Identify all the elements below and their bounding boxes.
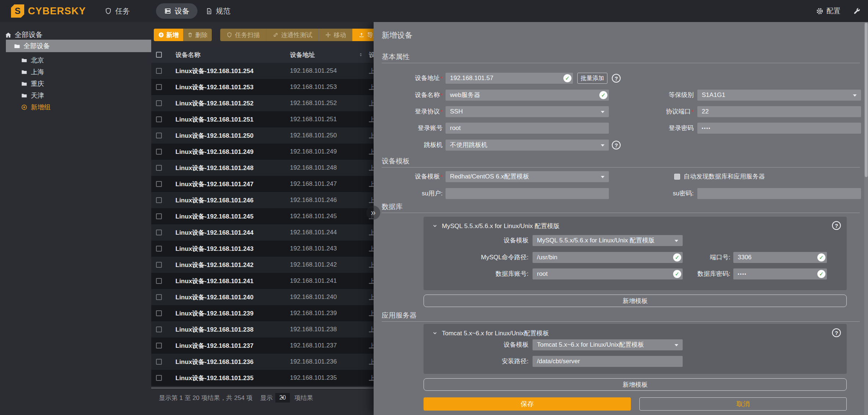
tomcat-row-template: 设备模板 Tomcat 5.x~6.x for Linux/Unix配置模板 <box>424 339 847 350</box>
row-checkbox[interactable] <box>156 116 162 122</box>
row-checkbox[interactable] <box>156 133 162 138</box>
connectivity-test-button[interactable]: 连通性测试 <box>266 29 319 41</box>
device-name: Linux设备-192.168.101.251 <box>175 115 254 124</box>
collapse-panel-handle[interactable]: » <box>366 206 380 220</box>
login-password-input[interactable]: •••• <box>697 123 861 134</box>
cancel-button[interactable]: 取消 <box>639 397 847 411</box>
logo-icon: S <box>11 4 24 18</box>
login-protocol-select[interactable]: SSH <box>446 106 609 117</box>
tree-item-tianjin[interactable]: 天津 <box>0 90 151 101</box>
add-device-panel: » 新增设备 基本属性 设备地址* 192.168.101.57 ✓ 批量添加 … <box>374 22 868 415</box>
row-checkbox[interactable] <box>156 100 162 106</box>
help-icon[interactable]: ? <box>612 74 621 83</box>
mysql-template-panel: MySQL 5.5.x/5.6.x for Linux/Unix 配置模版 ? … <box>424 217 847 290</box>
move-button[interactable]: 移动 <box>319 29 352 41</box>
protocol-port-input[interactable]: 22 <box>697 106 861 117</box>
auto-discover-checkbox[interactable] <box>674 174 680 180</box>
row-checkbox[interactable] <box>156 343 162 349</box>
row-checkbox[interactable] <box>156 262 162 268</box>
device-address: 192.168.101.237 <box>290 342 337 349</box>
login-account-input[interactable]: root <box>446 123 609 134</box>
nav-item-label: 规范 <box>216 6 230 16</box>
tomcat-path-input[interactable]: /data/cbt/server <box>533 356 683 367</box>
device-name: Linux设备-192.168.101.237 <box>175 342 254 350</box>
device-address: 192.168.101.242 <box>290 261 337 268</box>
row-checkbox[interactable] <box>156 326 162 332</box>
row-checkbox[interactable] <box>156 197 162 203</box>
help-icon[interactable]: ? <box>832 221 841 230</box>
nav-item-tasks[interactable]: 任务 <box>105 0 130 22</box>
panel-scrollbar[interactable] <box>864 22 868 415</box>
tree-item-shanghai[interactable]: 上海 <box>0 66 151 78</box>
row-checkbox[interactable] <box>156 359 162 365</box>
nav-item-label: 任务 <box>115 6 130 16</box>
device-address: 192.168.101.244 <box>290 229 337 236</box>
tree-item-chongqing[interactable]: 重庆 <box>0 78 151 90</box>
mysql-port-input[interactable]: 3306 ✓ <box>733 252 827 263</box>
row-checkbox[interactable] <box>156 213 162 219</box>
add-app-template-button[interactable]: 新增模板 <box>424 378 847 391</box>
tree-item-root[interactable]: 全部设备 <box>6 40 151 52</box>
tree-item-beijing[interactable]: 北京 <box>0 54 151 66</box>
wrench-icon[interactable] <box>853 7 861 15</box>
row-checkbox[interactable] <box>156 165 162 171</box>
row-checkbox[interactable] <box>156 149 162 155</box>
row-checkbox[interactable] <box>156 310 162 316</box>
help-icon[interactable]: ? <box>832 328 841 337</box>
plus-circle-icon <box>158 32 164 38</box>
device-address: 192.168.101.251 <box>290 116 337 123</box>
login-password-label: 登录密码 <box>628 123 694 134</box>
mysql-template-label: 设备模板 <box>455 235 529 246</box>
device-icon <box>164 7 171 15</box>
mysql-password-input[interactable]: •••• ✓ <box>733 268 827 279</box>
valid-check-icon: ✓ <box>817 270 825 278</box>
tree-item-add-group[interactable]: 新增组 <box>0 101 151 113</box>
row-checkbox[interactable] <box>156 294 162 300</box>
sort-icon[interactable] <box>358 51 364 58</box>
trash-icon <box>187 32 193 38</box>
delete-device-button[interactable]: 删除 <box>183 29 212 41</box>
tomcat-template-select[interactable]: Tomcat 5.x~6.x for Linux/Unix配置模板 <box>533 339 683 350</box>
page-size-select[interactable]: 20 <box>275 393 290 403</box>
device-address-input[interactable]: 192.168.101.57 ✓ <box>446 73 573 84</box>
task-scan-button[interactable]: 任务扫描 <box>220 29 266 41</box>
tomcat-row-install-path: 安装路径: /data/cbt/server <box>424 356 847 367</box>
form-row-jump-server: 跳板机 不使用跳板机 ? <box>374 140 868 151</box>
protect-level-select[interactable]: S1A1G1 <box>697 90 861 101</box>
sidebar-all-devices[interactable]: 全部设备 <box>0 29 151 40</box>
mysql-template-select[interactable]: MySQL 5.5.x/5.6.x for Linux/Unix 配置模版 <box>533 235 683 246</box>
add-device-button[interactable]: 新增 <box>154 29 183 41</box>
device-template-select[interactable]: Redhat/CentOS 6.x配置模板 <box>446 171 609 182</box>
row-checkbox[interactable] <box>156 181 162 187</box>
row-checkbox[interactable] <box>156 278 162 284</box>
device-name: Linux设备-192.168.101.250 <box>175 131 254 140</box>
device-address: 192.168.101.239 <box>290 310 337 317</box>
save-button[interactable]: 保存 <box>424 397 631 411</box>
row-checkbox[interactable] <box>156 246 162 252</box>
column-header-address[interactable]: 设备地址 <box>290 51 315 59</box>
su-password-input[interactable] <box>697 188 861 199</box>
nav-item-specs[interactable]: 规范 <box>206 0 230 22</box>
required-asterisk: * <box>440 92 443 98</box>
add-db-template-button[interactable]: 新增模板 <box>424 295 847 307</box>
chevron-down-icon[interactable] <box>432 223 438 229</box>
nav-item-devices[interactable]: 设备 <box>156 3 197 19</box>
row-checkbox[interactable] <box>156 375 162 381</box>
device-name: Linux设备-192.168.101.238 <box>175 325 254 334</box>
row-checkbox[interactable] <box>156 84 162 90</box>
row-checkbox[interactable] <box>156 230 162 235</box>
chevron-down-icon[interactable] <box>432 330 438 336</box>
help-icon[interactable]: ? <box>612 141 621 149</box>
table-bottom-divider <box>151 388 408 388</box>
row-checkbox[interactable] <box>156 68 162 74</box>
shield-icon <box>105 7 112 15</box>
batch-add-button[interactable]: 批量添加 <box>577 73 607 84</box>
jump-server-select[interactable]: 不使用跳板机 <box>446 140 609 151</box>
select-all-checkbox[interactable] <box>156 52 162 58</box>
scrollbar-thumb[interactable] <box>865 23 868 177</box>
su-user-input[interactable] <box>446 188 609 199</box>
navbar-right: 配置 <box>816 0 861 22</box>
config-button[interactable]: 配置 <box>816 6 840 16</box>
device-name-input[interactable]: web服务器 ✓ <box>446 90 609 101</box>
column-header-name[interactable]: 设备名称 <box>175 51 200 59</box>
